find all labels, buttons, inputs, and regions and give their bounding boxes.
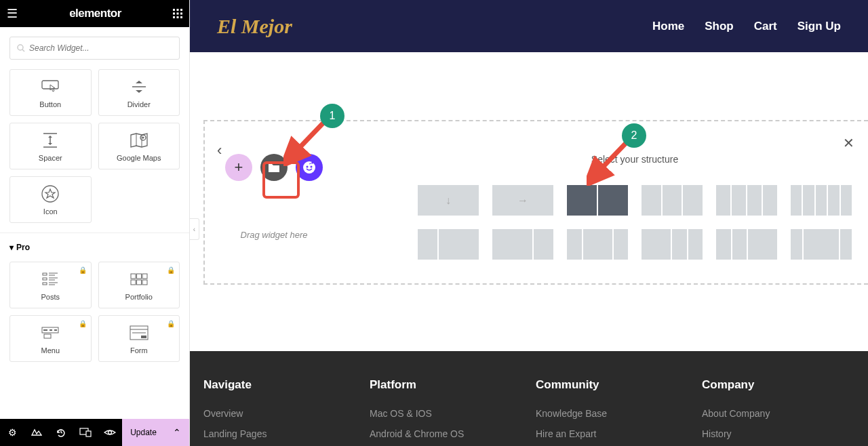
update-button[interactable]: Update	[122, 419, 165, 446]
svg-rect-6	[173, 16, 175, 18]
annotation-box-1	[262, 161, 300, 199]
svg-rect-3	[173, 13, 175, 15]
close-icon[interactable]: ✕	[843, 135, 854, 151]
structure-25-50-25[interactable]	[567, 229, 628, 260]
structure-33-66[interactable]	[418, 229, 479, 260]
footer-col-company: Company About Company History	[702, 378, 854, 446]
structure-50-25-25[interactable]	[642, 229, 703, 260]
nav-shop[interactable]: Shop	[705, 20, 734, 33]
svg-line-10	[22, 49, 24, 52]
widget-google-maps[interactable]: Google Maps	[98, 123, 180, 169]
back-icon[interactable]: ‹	[217, 142, 222, 159]
site-nav: Home Shop Cart Sign Up	[652, 20, 841, 33]
svg-rect-38	[50, 329, 52, 331]
svg-rect-35	[142, 280, 147, 285]
settings-icon[interactable]: ⚙	[0, 419, 24, 446]
elementor-logo: elementor	[69, 7, 121, 20]
svg-point-19	[142, 136, 144, 138]
svg-rect-32	[142, 274, 147, 279]
structure-3[interactable]	[642, 185, 703, 216]
footer-link[interactable]: Knowledge Base	[536, 408, 688, 419]
pro-section-header[interactable]: ▾ Pro	[0, 232, 189, 262]
svg-rect-31	[136, 274, 141, 279]
elementor-sidebar: ☰ elementor Button Divider Spacer Google…	[0, 0, 190, 446]
svg-rect-30	[131, 274, 136, 279]
svg-point-9	[18, 45, 23, 50]
svg-rect-21	[43, 273, 47, 275]
sidebar-footer: ⚙ Update ⌃	[0, 419, 189, 446]
structure-20-60-20[interactable]	[791, 229, 852, 260]
widget-divider[interactable]: Divider	[98, 69, 180, 116]
footer-link[interactable]: History	[702, 428, 854, 439]
svg-rect-4	[177, 13, 179, 15]
widget-portfolio[interactable]: 🔒 Portfolio	[98, 262, 180, 308]
svg-rect-8	[180, 16, 182, 18]
responsive-icon[interactable]	[73, 419, 98, 446]
footer-link[interactable]: About Company	[702, 408, 854, 419]
structure-25-25-50[interactable]	[716, 229, 777, 260]
menu-icon[interactable]: ☰	[7, 6, 18, 21]
site-header: El Mejor Home Shop Cart Sign Up	[190, 0, 868, 52]
site-logo[interactable]: El Mejor	[217, 15, 292, 38]
lock-icon: 🔒	[79, 266, 87, 274]
site-footer: Navigate Overview Landing Pages Platform…	[190, 351, 868, 446]
structure-2[interactable]	[567, 185, 628, 216]
navigator-icon[interactable]	[24, 419, 49, 446]
structure-66-33[interactable]	[492, 229, 553, 260]
map-icon	[130, 131, 149, 150]
lock-icon: 🔒	[79, 320, 87, 327]
widget-form[interactable]: 🔒 Form	[98, 315, 180, 362]
structure-1[interactable]: ↓	[418, 185, 479, 216]
annotation-badge-2: 2	[622, 123, 646, 148]
chevron-up-icon[interactable]: ⌃	[165, 419, 189, 446]
svg-rect-34	[136, 280, 141, 285]
widget-button[interactable]: Button	[9, 69, 92, 116]
structure-4[interactable]	[716, 185, 777, 216]
nav-home[interactable]: Home	[652, 20, 684, 33]
search-widget-input[interactable]	[9, 37, 180, 60]
svg-rect-2	[180, 9, 182, 11]
button-icon	[41, 77, 59, 96]
divider-icon	[130, 77, 148, 96]
structure-5[interactable]	[791, 185, 852, 216]
structure-1-arrow[interactable]: →	[492, 185, 553, 216]
widget-posts[interactable]: 🔒 Posts	[9, 262, 92, 308]
svg-rect-24	[43, 278, 47, 280]
footer-link[interactable]: Mac OS & IOS	[370, 408, 522, 419]
footer-col-community: Community Knowledge Base Hire an Expart	[536, 378, 688, 446]
svg-rect-44	[141, 336, 146, 338]
footer-link[interactable]: Overview	[203, 408, 356, 419]
spacer-icon	[41, 131, 59, 150]
editor-canvas: El Mejor Home Shop Cart Sign Up ‹ ✕ + Dr…	[190, 0, 868, 446]
annotation-arrow-1	[283, 119, 331, 166]
search-icon	[17, 44, 25, 52]
footer-link[interactable]: Android & Chrome OS	[370, 428, 522, 439]
menu-widget-icon	[41, 323, 59, 342]
widget-menu[interactable]: 🔒 Menu	[9, 315, 92, 362]
annotation-badge-1: 1	[320, 104, 344, 128]
footer-link[interactable]: Hire an Expart	[536, 428, 688, 439]
svg-rect-1	[177, 9, 179, 11]
widget-spacer[interactable]: Spacer	[9, 123, 92, 169]
nav-signup[interactable]: Sign Up	[797, 20, 841, 33]
widget-icon[interactable]: Icon	[9, 176, 92, 223]
svg-rect-39	[54, 329, 57, 331]
portfolio-icon	[130, 270, 148, 289]
structure-title: Select your structure	[418, 154, 852, 165]
apps-icon[interactable]	[173, 9, 182, 18]
chevron-down-icon: ▾	[9, 243, 14, 252]
lock-icon: 🔒	[167, 266, 175, 274]
widget-list-pro: 🔒 Posts 🔒 Portfolio 🔒 Menu 🔒 Form	[0, 262, 189, 362]
svg-point-47	[108, 431, 112, 434]
lock-icon: 🔒	[167, 320, 175, 327]
footer-link[interactable]: Landing Pages	[203, 428, 356, 439]
footer-col-navigate: Navigate Overview Landing Pages	[203, 378, 356, 446]
nav-cart[interactable]: Cart	[754, 20, 777, 33]
posts-icon	[41, 270, 59, 289]
preview-icon[interactable]	[98, 419, 122, 446]
widget-list-basic: Button Divider Spacer Google Maps Icon	[0, 69, 189, 223]
search-input[interactable]	[29, 43, 172, 53]
add-section-button[interactable]: +	[225, 154, 252, 181]
svg-rect-40	[44, 334, 51, 338]
history-icon[interactable]	[49, 419, 73, 446]
